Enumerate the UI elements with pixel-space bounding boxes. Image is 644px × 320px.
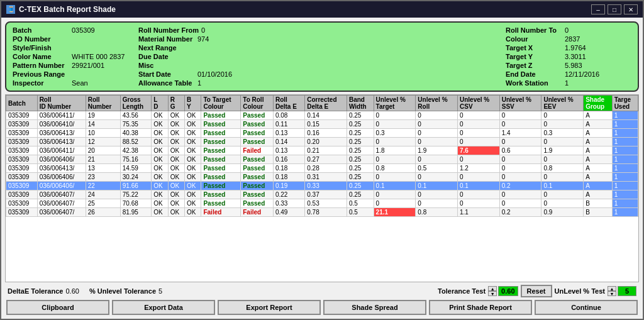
cell-roll-num: 10 [86,129,120,138]
table-row[interactable]: 035309 036/006413/ 10 40.38 OK OK OK Pas… [6,129,638,138]
cell-ul-csv: 0 [458,173,500,182]
cell-roll-de: 0.49 [273,208,304,217]
export-report-button[interactable]: Export Report [218,300,321,315]
end-date-label: End Date [506,70,562,78]
cell-l: OK [152,208,168,217]
cell-roll-de: 0.19 [273,182,304,190]
material-value: 974 [197,35,209,43]
export-data-button[interactable]: Export Data [112,300,215,315]
cell-l: OK [152,164,168,173]
cell-to-roll: Failed [241,208,274,217]
print-shade-report-button[interactable]: Print Shade Report [429,300,532,315]
cell-roll-id: 036/006407/ [37,190,86,199]
cell-band: 0.25 [347,146,374,155]
cell-gross: 75.35 [120,120,152,129]
cell-batch: 035309 [6,138,38,146]
cell-ul-csv: 0 [458,120,500,129]
target-y-value: 3.3011 [565,53,586,60]
cell-roll-de: 0.08 [273,111,304,120]
cell-ul-csv: 1.2 [458,164,500,173]
tolerance-spinner-up[interactable]: ▲ [488,286,497,291]
cell-gross: 30.24 [120,173,152,182]
cell-roll-num: 21 [86,155,120,164]
cell-ul-eev: 0.8 [541,164,584,173]
cell-ul-target: 0.3 [374,129,416,138]
unlevel-spinner-down[interactable]: ▼ [608,291,616,296]
cell-band: 0.25 [347,173,374,182]
cell-ul-target: 0 [374,138,416,146]
cell-ul-target: 0 [374,111,416,120]
th-ul-eev: Unlevel %EEV [541,96,584,111]
cell-ul-target: 0 [374,173,416,182]
tolerance-test-spinner[interactable]: ▲ ▼ 0.60 [488,286,518,296]
cell-ul-roll: 0 [416,138,458,146]
unlevel-test-spinner[interactable]: ▲ ▼ 5 [608,286,636,296]
cell-shade: B [584,199,613,208]
cell-ul-roll: 0 [416,190,458,199]
data-table-container[interactable]: Batch RollID Number RollNumber GrossLeng… [5,94,639,282]
cell-roll-id: 036/006413/ [37,138,86,146]
table-row[interactable]: 035309 036/006411/ 19 43.56 OK OK OK Pas… [6,111,638,120]
clipboard-button[interactable]: Clipboard [6,300,109,315]
continue-button[interactable]: Continue [535,300,638,315]
table-row[interactable]: 035309 036/006407/ 25 70.68 OK OK OK Pas… [6,199,638,208]
color-name-value: WHITE 000 2837 [72,53,125,60]
cell-ul-target: 21.1 [374,208,416,217]
pattern-label: Pattern Number [13,62,69,69]
cell-roll-de: 0.13 [273,129,304,138]
reset-button[interactable]: Reset [521,285,552,297]
table-header-row-1: Batch RollID Number RollNumber GrossLeng… [6,96,638,111]
cell-ul-csv: 0 [458,111,500,120]
cell-batch: 035309 [6,190,38,199]
cell-b: OK [185,146,201,155]
cell-ul-ssv: 0 [499,138,541,146]
cell-ul-csv: 0 [458,190,500,199]
main-window: 🧵 C-TEX Batch Report Shade – □ ✕ Batch 0… [0,0,644,320]
cell-ul-eev: 0.9 [541,208,584,217]
cell-to-roll: Passed [241,199,274,208]
prev-range-label: Previous Range [13,70,69,78]
info-row-target-z: Target Z 5.983 [506,62,631,69]
cell-corr-de: 0.20 [305,138,347,146]
cell-targe: 1 [612,182,638,190]
cell-r: OK [168,173,184,182]
table-row[interactable]: 035309 036/006410/ 14 75.35 OK OK OK Pas… [6,120,638,129]
cell-b: OK [185,155,201,164]
table-row[interactable]: 035309 036/006406/ 23 30.24 OK OK OK Pas… [6,173,638,182]
cell-ul-csv: 0 [458,199,500,208]
material-label: Material Number [138,35,195,43]
cell-to-roll: Passed [241,182,274,190]
table-row[interactable]: 035309 036/006407/ 26 81.95 OK OK OK Fai… [6,208,638,217]
cell-r: OK [168,120,184,129]
cell-to-target: Passed [201,173,241,182]
info-row-material: Material Number 974 [138,35,506,43]
cell-targe: 1 [612,146,638,155]
cell-to-roll: Passed [241,120,274,129]
colour-value: 2837 [565,35,580,43]
cell-band: 0.5 [347,199,374,208]
table-row[interactable]: 035309 036/006413/ 13 14.59 OK OK OK Pas… [6,164,638,173]
table-row[interactable]: 035309 036/006413/ 12 88.52 OK OK OK Pas… [6,138,638,146]
table-row[interactable]: 035309 036/006406/ 22 91.66 OK OK OK Pas… [6,182,638,190]
tolerance-spinner-down[interactable]: ▼ [488,291,497,296]
close-button[interactable]: ✕ [624,4,638,14]
table-row[interactable]: 035309 036/006406/ 21 75.16 OK OK OK Pas… [6,155,638,164]
maximize-button[interactable]: □ [608,4,621,14]
info-row-next-range: Next Range [138,44,506,52]
table-row[interactable]: 035309 036/006411/ 20 42.38 OK OK OK Pas… [6,146,638,155]
minimize-button[interactable]: – [591,4,605,14]
cell-shade: A [584,164,613,173]
cell-r: OK [168,155,184,164]
table-row[interactable]: 035309 036/006407/ 24 75.22 OK OK OK Pas… [6,190,638,199]
th-l: LD [152,96,168,111]
cell-corr-de: 0.78 [305,208,347,217]
cell-batch: 035309 [6,155,38,164]
cell-band: 0.25 [347,138,374,146]
cell-corr-de: 0.27 [305,155,347,164]
cell-to-target: Passed [201,190,241,199]
th-b: BY [185,96,201,111]
unlevel-spinner-up[interactable]: ▲ [608,286,616,291]
action-button-row: Clipboard Export Data Export Report Shad… [5,300,639,315]
shade-spread-button[interactable]: Shade Spread [323,300,426,315]
cell-roll-de: 0.13 [273,146,304,155]
